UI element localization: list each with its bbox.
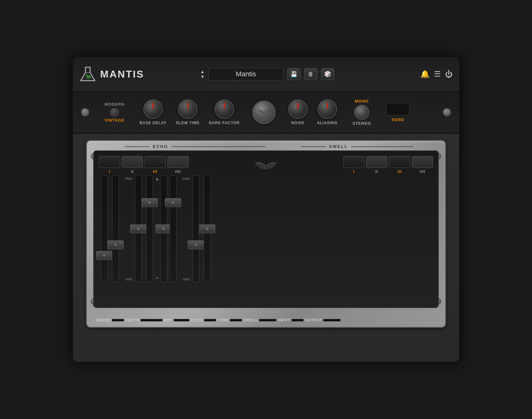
echo-tap-group: I II III IIII (99, 156, 189, 174)
mode-knob[interactable] (110, 108, 119, 117)
slew-time-label: SLEW TIME (176, 121, 200, 125)
dry-slider[interactable] (135, 176, 142, 282)
flask-icon (79, 66, 96, 83)
swell-tap-label-4: IIII (412, 169, 433, 174)
send-box[interactable] (386, 103, 410, 115)
echo-tap-4[interactable] (167, 156, 189, 168)
swell-slider[interactable] (170, 176, 176, 282)
depth-slider-wrapper (112, 176, 119, 282)
delete-button[interactable]: 🗑 (304, 68, 317, 80)
bottom-input-label: INPUT (278, 318, 290, 322)
app-title: MANTIS (100, 68, 144, 80)
tone-handle[interactable] (156, 225, 172, 233)
base-delay-knob[interactable] (143, 99, 163, 119)
vintage-label: VINTAGE (105, 118, 125, 123)
header-right: 🔔 ☰ ⏻ (390, 70, 453, 78)
swell-range-labels: max min (179, 176, 190, 282)
preset-name[interactable]: Mantis (208, 68, 284, 80)
screw-right (442, 108, 451, 117)
base-delay-label: BASE DELAY (140, 121, 166, 125)
swell-slider-wrapper (170, 176, 176, 282)
depth-handle[interactable] (107, 240, 124, 249)
swell-tap-label-1: I (343, 169, 365, 174)
swell-tap-label-2: II (366, 169, 387, 174)
knob-indicator (152, 103, 154, 109)
aliasing-label: ALIASING (317, 121, 337, 125)
tone-group: + − (156, 176, 167, 282)
swell-section-label: SWELL (326, 144, 351, 149)
input-handle[interactable] (188, 240, 204, 249)
bottom-echo-label: ECHO (191, 318, 203, 322)
echo-tap-2[interactable] (122, 156, 143, 168)
swell-max-label: max (179, 176, 190, 181)
swell-bar (259, 319, 276, 321)
swell-tap-3[interactable] (389, 156, 410, 168)
echo-max-label: max (121, 176, 132, 181)
dark-factor-knob[interactable] (215, 99, 234, 119)
echo-section-label: ECHO (150, 144, 171, 149)
echo-tap-3[interactable] (145, 156, 166, 168)
stereo-label: STEREO (352, 121, 371, 126)
echo-tap-label-3: III (145, 169, 166, 174)
output-slider[interactable] (204, 176, 211, 282)
aliasing-control: ALIASING (317, 99, 337, 125)
bell-icon[interactable]: 🔔 (420, 70, 430, 78)
vintage-modern-toggle[interactable]: MODERN VINTAGE (105, 102, 125, 123)
controls-strip: MODERN VINTAGE BASE DELAY SLEW TIME DARK… (73, 92, 459, 134)
save-button[interactable]: 💾 (287, 68, 300, 80)
echo-handle[interactable] (141, 198, 158, 207)
depth-slider[interactable] (112, 176, 119, 282)
arrow-up-icon[interactable]: ▲ (200, 69, 205, 74)
meta-knob[interactable] (252, 101, 276, 124)
arrow-down-icon[interactable]: ▼ (200, 74, 205, 79)
swell-tap-label-3: III (389, 169, 410, 174)
bottom-depth-label: DEPTH (125, 318, 140, 322)
speed-handle[interactable] (96, 251, 112, 260)
output-handle[interactable] (199, 225, 215, 233)
svg-point-3 (86, 74, 88, 76)
swell-tap-4[interactable] (412, 156, 433, 168)
echo-bar (204, 319, 216, 321)
echo-slider[interactable] (146, 176, 153, 282)
speed-slider-wrapper (99, 176, 108, 282)
plus-label: + (156, 176, 159, 183)
mono-stereo-control[interactable]: MONO STEREO (352, 99, 371, 126)
menu-icon[interactable]: ☰ (434, 70, 441, 78)
bottom-speed-label: SPEED (96, 318, 111, 322)
swell-tap-1[interactable] (343, 156, 365, 168)
main-panel: ECHO SWELL (73, 134, 459, 334)
noise-label: NOISE (291, 121, 304, 125)
tone-slider[interactable] (160, 176, 167, 282)
stereo-knob[interactable] (354, 105, 369, 120)
random-button[interactable]: 🎲 (321, 68, 334, 80)
echo-min-label: min (121, 277, 132, 281)
swell-handle[interactable] (165, 198, 181, 207)
slew-time-control: SLEW TIME (176, 99, 200, 125)
header-center: ▲ ▼ Mantis 💾 🗑 🎲 (144, 68, 390, 80)
header: MANTIS ▲ ▼ Mantis 💾 🗑 🎲 🔔 ☰ ⏻ (73, 57, 459, 92)
power-icon[interactable]: ⏻ (445, 70, 453, 78)
bottom-tone-label: TONE (217, 318, 229, 322)
knob-indicator (187, 103, 188, 109)
output-bar (323, 319, 340, 321)
input-bar (292, 319, 304, 321)
tone-bar (230, 319, 242, 321)
swell-tap-2[interactable] (366, 156, 387, 168)
aliasing-knob[interactable] (318, 99, 337, 119)
inner-dark-panel: I II III IIII (93, 150, 439, 308)
speed-bar (112, 319, 124, 321)
dry-handle[interactable] (130, 225, 146, 233)
bottom-output-label: OUTPUT (305, 318, 322, 322)
minus-label: − (156, 275, 159, 281)
slew-time-knob[interactable] (178, 99, 197, 119)
noise-knob[interactable] (288, 99, 308, 119)
io-sliders-group (192, 176, 211, 282)
echo-tap-label-4: IIII (167, 169, 189, 174)
echo-tap-1[interactable] (99, 156, 120, 168)
echo-tap-label-1: I (99, 169, 120, 174)
preset-arrows[interactable]: ▲ ▼ (200, 69, 205, 79)
depth-bar (141, 319, 162, 321)
silver-panel: ECHO SWELL (86, 140, 446, 328)
speed-slider[interactable] (101, 176, 108, 282)
input-slider[interactable] (192, 176, 199, 282)
